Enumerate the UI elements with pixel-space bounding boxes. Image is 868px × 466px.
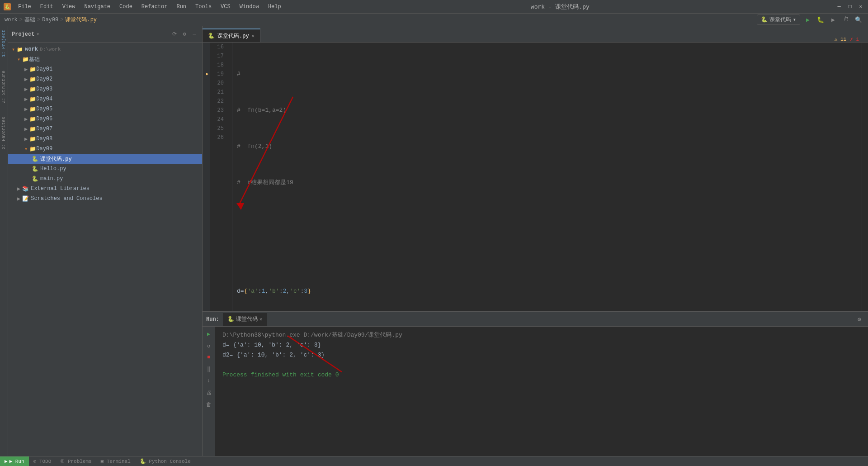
tree-scratches[interactable]: ▶ 📝 Scratches and Consoles bbox=[8, 194, 202, 204]
code-line-18: # fn(2,1) bbox=[237, 142, 863, 151]
run-button[interactable]: ▶ bbox=[803, 15, 813, 25]
menu-refactor[interactable]: Refactor bbox=[138, 3, 171, 11]
project-actions[interactable]: ⟳ ⚙ — bbox=[170, 30, 198, 38]
sync-icon[interactable]: ⟳ bbox=[170, 30, 179, 38]
tree-folder-基础[interactable]: ▾ 📁 基础 bbox=[8, 54, 202, 64]
bottom-tabs-bar: ▶ ▶ Run ⊘ TODO ⑥ Problems ▣ Terminal 🐍 P… bbox=[0, 456, 868, 466]
run-stop-button[interactable]: ■ bbox=[204, 353, 213, 362]
menu-bar[interactable]: File Edit View Navigate Code Refactor Ru… bbox=[14, 3, 285, 11]
code-editor[interactable]: 16 17 18 ▶ 19 20 21 22 23 24 25 26 bbox=[203, 43, 868, 311]
bottom-tab-problems-label: ⑥ Problems bbox=[60, 458, 91, 464]
tree-day06[interactable]: ▶ 📁 Day06 bbox=[8, 114, 202, 124]
main-py-icon: 🐍 bbox=[32, 176, 38, 182]
menu-navigate[interactable]: Navigate bbox=[80, 3, 114, 11]
maximize-button[interactable]: □ bbox=[846, 3, 854, 10]
tree-day09[interactable]: ▾ 📁 Day09 bbox=[8, 144, 202, 154]
run-settings-button[interactable]: ⚙ bbox=[854, 314, 864, 324]
menu-tools[interactable]: Tools bbox=[192, 3, 215, 11]
profile-button[interactable]: ⏱ bbox=[841, 15, 851, 25]
run-tab-close[interactable]: ✕ bbox=[259, 316, 263, 322]
coverage-button[interactable]: ▶ bbox=[828, 15, 838, 25]
tree-file-课堂代码[interactable]: 🐍 课堂代码.py bbox=[8, 154, 202, 164]
tree-day07[interactable]: ▶ 📁 Day07 bbox=[8, 124, 202, 134]
tree-external-libs[interactable]: ▶ 📚 External Libraries bbox=[8, 184, 202, 194]
main-layout: 1: Project Z: Structure 2: Favorites Pro… bbox=[0, 26, 868, 456]
tree-file-hello[interactable]: 🐍 Hello.py bbox=[8, 164, 202, 174]
scratch-icon: 📝 bbox=[22, 195, 29, 202]
day09-icon: 📁 bbox=[29, 146, 36, 152]
favorites-tab-icon[interactable]: 2: Favorites bbox=[1, 115, 6, 151]
editor-tab-课堂代码[interactable]: 🐍 课堂代码.py ✕ bbox=[203, 29, 260, 42]
day08-name: Day08 bbox=[36, 136, 52, 142]
tree-day08[interactable]: ▶ 📁 Day08 bbox=[8, 134, 202, 144]
tree-day02[interactable]: ▶ 📁 Day02 bbox=[8, 74, 202, 84]
run-pause-button[interactable]: ‖ bbox=[204, 365, 213, 374]
bottom-tab-problems[interactable]: ⑥ Problems bbox=[56, 456, 96, 466]
tree-day03[interactable]: ▶ 📁 Day03 bbox=[8, 84, 202, 94]
terminal-line-1: d= {'a': 10, 'b': 2, 'c': 3} bbox=[222, 340, 861, 350]
menu-file[interactable]: File bbox=[14, 3, 35, 11]
code-line-20 bbox=[237, 214, 863, 223]
menu-edit[interactable]: Edit bbox=[37, 3, 57, 11]
run-rerun-button[interactable]: ↺ bbox=[204, 341, 213, 350]
line-num-19: ▶ 19 bbox=[210, 70, 227, 79]
tree-file-main[interactable]: 🐍 main.py bbox=[8, 174, 202, 184]
scratches-name: Scratches and Consoles bbox=[31, 195, 102, 202]
day09-name: Day09 bbox=[36, 146, 52, 152]
bottom-tab-todo[interactable]: ⊘ TODO bbox=[29, 456, 56, 466]
editor-tabs: 🐍 课堂代码.py ✕ ⚠ 11 ✗ 1 bbox=[203, 26, 868, 43]
menu-view[interactable]: View bbox=[59, 3, 79, 11]
基础-expand-icon: ▾ bbox=[17, 56, 20, 63]
breadcrumb-file[interactable]: 课堂代码.py bbox=[65, 16, 97, 24]
breadcrumb-work[interactable]: work bbox=[5, 17, 18, 23]
tab-icon: 🐍 bbox=[208, 33, 215, 39]
terminal-line-0: D:\Python38\python.exe D:/work/基础/Day09/… bbox=[222, 330, 861, 340]
project-title: Project ▾ bbox=[12, 31, 39, 38]
code-content[interactable]: # # fn(b=1,a=2) # fn(2,1) # #结果相同都是19 bbox=[232, 43, 868, 311]
bottom-tab-run[interactable]: ▶ ▶ Run bbox=[0, 456, 29, 466]
window-controls[interactable]: ─ □ ✕ bbox=[835, 3, 864, 10]
day08-icon: 📁 bbox=[29, 136, 36, 143]
menu-help[interactable]: Help bbox=[264, 3, 285, 11]
breadcrumb-day09[interactable]: Day09 bbox=[42, 17, 58, 23]
tree-root[interactable]: ▾ 📁 work D:\work bbox=[8, 44, 202, 54]
close-button[interactable]: ✕ bbox=[857, 3, 864, 10]
hello-py-icon: 🐍 bbox=[32, 166, 38, 172]
menu-run[interactable]: Run bbox=[173, 3, 190, 11]
run-play-button[interactable]: ▶ bbox=[204, 329, 213, 338]
breadcrumb-基础[interactable]: 基础 bbox=[24, 16, 35, 24]
run-tab-label: 课堂代码 bbox=[236, 315, 258, 323]
run-tab-run-icon: ▶ bbox=[5, 458, 8, 464]
bottom-tab-terminal[interactable]: ▣ Terminal bbox=[96, 456, 135, 466]
settings-icon[interactable]: ⚙ bbox=[180, 30, 189, 38]
menu-vcs[interactable]: VCS bbox=[217, 3, 234, 11]
project-chevron[interactable]: ▾ bbox=[36, 31, 39, 37]
collapse-icon[interactable]: — bbox=[190, 30, 198, 38]
structure-tab-icon[interactable]: Z: Structure bbox=[1, 69, 6, 105]
debug-button[interactable]: 🐛 bbox=[816, 15, 826, 25]
run-tab-课堂代码[interactable]: 🐍 课堂代码 ✕ bbox=[223, 313, 267, 326]
bottom-tab-python-console[interactable]: 🐍 Python Console bbox=[135, 456, 195, 466]
day04-icon: 📁 bbox=[29, 96, 36, 103]
terminal-line-4: Process finished with exit code 0 bbox=[222, 370, 861, 380]
run-config-button[interactable]: 🐍 课堂代码 ▾ bbox=[757, 14, 800, 25]
line-num-16: 16 bbox=[210, 43, 227, 52]
run-header-left: Run: 🐍 课堂代码 ✕ bbox=[206, 313, 267, 326]
tree-day04[interactable]: ▶ 📁 Day04 bbox=[8, 94, 202, 104]
run-header: Run: 🐍 课堂代码 ✕ ⚙ bbox=[203, 312, 868, 327]
search-everywhere-button[interactable]: 🔍 bbox=[854, 15, 863, 25]
tab-close-button[interactable]: ✕ bbox=[252, 33, 255, 39]
tree-day05[interactable]: ▶ 📁 Day05 bbox=[8, 104, 202, 114]
breadcrumb: work > 基础 > Day09 > 课堂代码.py 🐍 课堂代码 ▾ ▶ 🐛… bbox=[0, 14, 868, 26]
editor-warnings: ⚠ 11 ✗ 1 bbox=[835, 36, 868, 42]
tree-day01[interactable]: ▶ 📁 Day01 bbox=[8, 64, 202, 74]
run-print-button[interactable]: 🖨 bbox=[204, 388, 213, 397]
project-tab-icon[interactable]: 1: Project bbox=[1, 28, 6, 59]
run-scroll-button[interactable]: ↓ bbox=[204, 376, 213, 385]
bottom-tab-terminal-label: ▣ Terminal bbox=[101, 458, 131, 464]
menu-window[interactable]: Window bbox=[236, 3, 263, 11]
minimize-button[interactable]: ─ bbox=[835, 3, 843, 10]
terminal-line-3 bbox=[222, 360, 861, 370]
menu-code[interactable]: Code bbox=[116, 3, 136, 11]
run-trash-button[interactable]: 🗑 bbox=[204, 400, 213, 409]
